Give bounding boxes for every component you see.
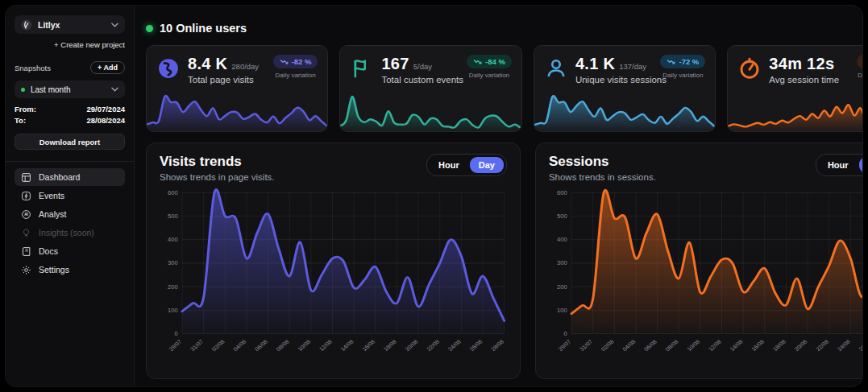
daily-variation-label: Daily variation: [662, 72, 703, 79]
stat-card-custom-events: 167 5/day Total custom events -84 % Dail…: [339, 45, 521, 132]
project-selector[interactable]: Litlyx: [15, 15, 125, 34]
svg-text:16/08: 16/08: [361, 339, 376, 353]
svg-text:08/08: 08/08: [664, 339, 679, 353]
svg-text:31/07: 31/07: [189, 339, 205, 353]
svg-text:02/08: 02/08: [210, 339, 226, 353]
litlyx-logo-icon: [21, 19, 32, 31]
svg-text:26/08: 26/08: [858, 339, 863, 353]
sidebar-divider: [6, 161, 134, 162]
svg-text:28/08: 28/08: [490, 339, 505, 353]
project-name: Litlyx: [38, 20, 106, 30]
daily-variation-label: Daily variation: [469, 72, 509, 79]
stat-cards-row: 8.4 K 280/day Total page visits -82 % Da…: [146, 45, 863, 132]
svg-text:02/08: 02/08: [600, 339, 615, 353]
snapshots-label: Snapshots: [15, 64, 51, 72]
day-toggle-button[interactable]: Day: [859, 157, 863, 173]
main-content: 10 Online users 8.4 K 280/day Total page…: [135, 6, 863, 386]
unique-sessions-sparkline: [534, 89, 715, 131]
svg-text:04/08: 04/08: [232, 339, 247, 353]
svg-text:26/08: 26/08: [468, 339, 484, 353]
stat-value: 8.4 K: [188, 55, 227, 73]
to-value: 28/08/2024: [86, 115, 125, 126]
sidebar-item-docs[interactable]: Docs: [15, 242, 125, 260]
custom-events-sparkline: [340, 89, 521, 131]
svg-text:0: 0: [563, 331, 567, 336]
avg-session-sparkline: [728, 89, 863, 131]
svg-text:14/08: 14/08: [729, 339, 744, 353]
download-report-button[interactable]: Download report: [15, 134, 125, 150]
to-label: To:: [15, 115, 26, 126]
stat-value: 167: [381, 55, 409, 73]
svg-text:600: 600: [557, 190, 567, 196]
svg-text:08/08: 08/08: [275, 339, 290, 353]
sidebar-item-insights[interactable]: Insights (soon): [15, 224, 125, 241]
stat-title: Total custom events: [381, 75, 459, 85]
page-visits-sparkline: [147, 89, 327, 131]
docs-icon: [21, 246, 31, 257]
stat-per-day: 280/day: [231, 62, 259, 71]
sidebar: Litlyx + Create new project Snapshots + …: [6, 6, 135, 386]
svg-text:24/08: 24/08: [836, 339, 851, 353]
svg-text:06/08: 06/08: [254, 339, 269, 353]
svg-text:20/08: 20/08: [404, 339, 419, 353]
svg-text:04/08: 04/08: [621, 339, 637, 353]
date-from-row: From: 29/07/2024: [15, 104, 125, 114]
hour-toggle-button[interactable]: Hour: [430, 157, 468, 173]
trend-down-icon: [667, 59, 675, 65]
visits-trends-chart: 010020030040050060029/0731/0702/0804/080…: [160, 185, 507, 367]
svg-text:20/08: 20/08: [793, 339, 808, 353]
svg-text:18/08: 18/08: [771, 339, 787, 353]
trend-down-icon: [473, 59, 482, 65]
trend-down-icon: [280, 59, 289, 65]
create-new-project-link[interactable]: + Create new project: [15, 40, 125, 49]
hour-toggle-button[interactable]: Hour: [819, 157, 858, 173]
svg-text:29/07: 29/07: [557, 339, 572, 353]
sessions-card: Sessions Shows trends in sessions. Hour …: [535, 142, 863, 379]
stat-title: Avg session time: [769, 75, 839, 85]
daily-variation-badge: -84 %: [467, 55, 512, 68]
online-users: 10 Online users: [146, 21, 863, 35]
insights-icon: [21, 228, 31, 238]
svg-text:100: 100: [168, 307, 178, 313]
stat-value: 4.1 K: [575, 55, 615, 73]
sidebar-item-settings[interactable]: Settings: [15, 261, 125, 279]
stat-per-day: 5/day: [413, 62, 432, 71]
svg-text:600: 600: [168, 190, 178, 196]
add-snapshot-button[interactable]: + Add: [90, 61, 125, 74]
chart-title: Sessions: [549, 154, 656, 170]
sidebar-item-dashboard[interactable]: Dashboard: [15, 168, 125, 186]
online-users-label: 10 Online users: [160, 22, 247, 35]
timer-icon: [737, 56, 762, 80]
hour-day-toggle: Hour Day: [816, 154, 863, 176]
sidebar-item-label: Dashboard: [39, 172, 80, 182]
snapshot-status-dot: [21, 88, 25, 92]
sidebar-item-label: Docs: [39, 246, 58, 256]
events-icon: [21, 191, 31, 201]
chart-subtitle: Shows trends in page visits.: [160, 172, 275, 182]
stat-value: 34m 12s: [769, 55, 834, 73]
flag-icon: [350, 56, 374, 80]
stat-per-day: 137/day: [619, 62, 646, 71]
svg-text:22/08: 22/08: [815, 339, 830, 353]
svg-text:06/08: 06/08: [643, 339, 658, 353]
snapshot-selected-label: Last month: [31, 85, 106, 94]
visits-trends-card: Visits trends Shows trends in page visit…: [146, 142, 521, 379]
svg-text:31/07: 31/07: [579, 339, 594, 353]
hour-day-toggle: Hour Day: [426, 154, 507, 176]
user-icon: [544, 56, 568, 80]
svg-text:29/07: 29/07: [168, 339, 183, 353]
sidebar-item-label: Analyst: [39, 209, 66, 219]
svg-text:22/08: 22/08: [426, 339, 441, 353]
snapshot-selector[interactable]: Last month: [15, 80, 125, 98]
day-toggle-button[interactable]: Day: [470, 157, 504, 173]
sidebar-item-analyst[interactable]: AI Analyst: [15, 205, 125, 223]
svg-text:14/08: 14/08: [339, 339, 355, 353]
svg-text:10/08: 10/08: [297, 339, 312, 353]
daily-variation-badge: -82 %: [273, 55, 318, 68]
sidebar-item-events[interactable]: Events: [15, 187, 125, 204]
svg-text:AI: AI: [24, 213, 28, 217]
stat-card-avg-session: 34m 12s Avg session time 74 % Daily vari…: [727, 45, 863, 132]
daily-variation-label: Daily variation: [275, 72, 315, 79]
svg-text:400: 400: [557, 237, 567, 243]
trend-charts-row: Visits trends Shows trends in page visit…: [146, 142, 863, 379]
